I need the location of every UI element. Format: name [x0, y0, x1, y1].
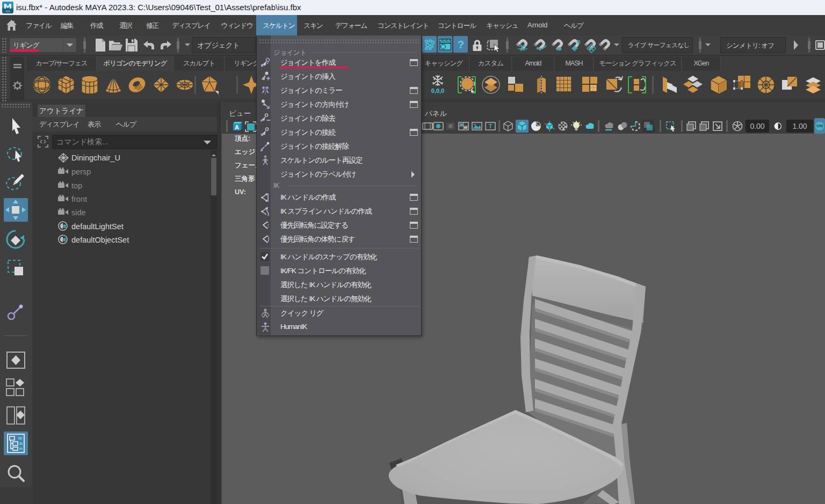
svg-text:AVA: AVA: [5, 10, 10, 13]
svg-text:A: A: [235, 124, 239, 130]
svg-text:0,0,0: 0,0,0: [431, 87, 444, 94]
svg-text:T: T: [489, 123, 493, 129]
svg-text:?: ?: [458, 38, 465, 50]
